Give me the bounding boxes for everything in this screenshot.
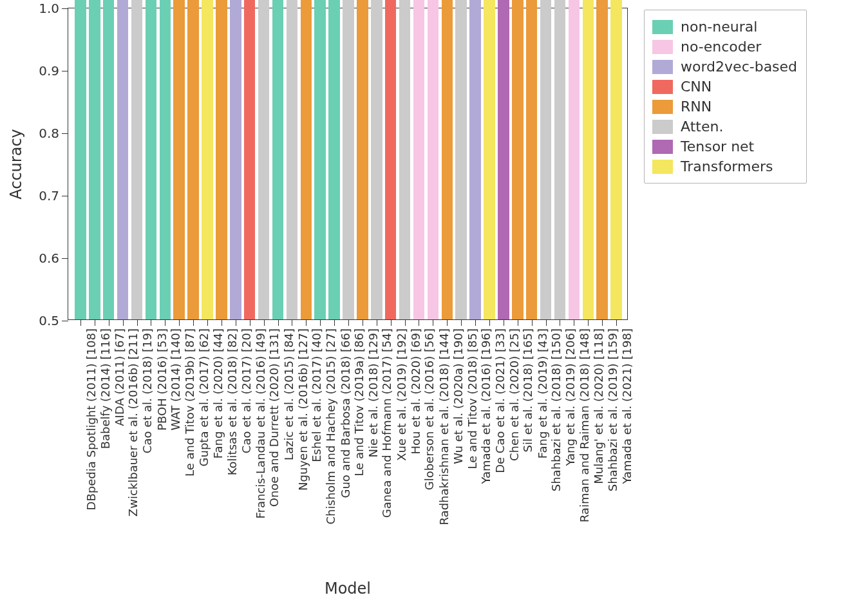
x-tick	[475, 319, 476, 326]
x-tick-label: WAT (2014) [140]	[169, 328, 182, 430]
legend-label: CNN	[681, 79, 712, 95]
x-tick-label: Nguyen et al. (2016b) [127]	[296, 328, 309, 491]
x-tick	[334, 319, 335, 326]
x-tick-label: AIDA (2011) [67]	[113, 328, 126, 426]
bar	[413, 0, 425, 319]
bar	[146, 0, 157, 319]
bar	[540, 0, 552, 319]
x-tick	[504, 319, 504, 326]
x-tick-label: Xue et al. (2019) [192]	[395, 328, 408, 461]
x-tick-label: Raiman and Raiman (2018) [148]	[578, 328, 591, 522]
x-tick-label: Yamada et al. (2021) [198]	[620, 328, 634, 484]
bar-segment	[569, 0, 580, 319]
bar-segment	[371, 0, 382, 319]
legend: non-neuralno-encoderword2vec-basedCNNRNN…	[644, 10, 807, 184]
bar-segment	[455, 0, 467, 319]
legend-swatch	[652, 60, 673, 74]
bar	[428, 0, 439, 319]
y-tick-label: 1.0	[39, 1, 59, 16]
bar-segment	[554, 0, 566, 319]
x-tick	[348, 319, 349, 326]
x-tick-label: Yamada et al. (2016) [196]	[479, 328, 493, 484]
bar	[385, 0, 397, 319]
x-tick	[250, 319, 250, 326]
x-tick	[419, 319, 419, 326]
x-tick-label: Fang et al. (2019) [43]	[536, 328, 549, 458]
bar-segment	[428, 0, 439, 319]
x-tick-label: Globerson et al. (2016) [56]	[422, 328, 436, 490]
x-tick-label: Cao et al. (2018) [19]	[141, 328, 155, 453]
bar	[75, 0, 86, 319]
legend-swatch	[652, 160, 673, 174]
bar	[202, 0, 213, 319]
legend-swatch	[652, 20, 673, 34]
legend-swatch	[652, 140, 673, 154]
x-tick	[405, 319, 406, 326]
bar	[554, 0, 566, 319]
bar-segment	[131, 0, 143, 319]
bar-segment	[526, 0, 538, 319]
bar-segment	[187, 0, 199, 319]
legend-item: word2vec-based	[652, 57, 797, 77]
x-tick	[320, 319, 321, 326]
x-tick	[292, 319, 292, 326]
x-tick	[179, 319, 180, 326]
bar-segment	[610, 0, 622, 319]
legend-label: non-neural	[681, 19, 757, 35]
x-tick	[109, 319, 109, 326]
bar	[131, 0, 143, 319]
bar	[301, 0, 312, 319]
y-tick-label: 0.6	[39, 250, 59, 266]
bar-segment	[484, 0, 495, 319]
bar	[610, 0, 622, 319]
x-tick-label: Nie et al. (2018) [129]	[366, 328, 380, 458]
x-tick	[588, 319, 589, 326]
x-tick	[461, 319, 462, 326]
x-tick	[560, 319, 560, 326]
bar-segment	[244, 0, 256, 319]
bar-segment	[117, 0, 129, 319]
bar-segment	[512, 0, 524, 319]
bar	[399, 0, 411, 319]
x-tick	[137, 319, 138, 326]
bar	[216, 0, 227, 319]
x-tick-label: Radhakrishnan et al. (2018) [144]	[437, 328, 450, 525]
legend-swatch	[652, 120, 673, 134]
bar	[357, 0, 368, 319]
bar	[160, 0, 171, 319]
x-tick	[574, 319, 574, 326]
x-tick-label: Guo and Barbosa (2018) [66]	[338, 328, 352, 498]
x-tick-label: PBOH (2016) [53]	[155, 328, 168, 431]
x-tick	[377, 319, 377, 326]
x-tick-label: Lazic et al. (2015) [84]	[282, 328, 296, 460]
bar-segment	[216, 0, 227, 319]
x-tick-label: Yang et al. (2019) [206]	[563, 328, 577, 466]
bar-segment	[343, 0, 354, 319]
x-tick-label: Francis-Landau et al. (2016) [49]	[254, 328, 267, 519]
bar-segment	[103, 0, 115, 319]
x-tick	[518, 319, 518, 326]
bar-segment	[89, 0, 100, 319]
x-tick-label: Shahbazi et al. (2019) [159]	[606, 328, 619, 491]
x-tick	[264, 319, 265, 326]
y-tick-label: 0.8	[39, 126, 59, 141]
bar	[258, 0, 270, 319]
bar-segment	[498, 0, 509, 319]
legend-label: Transformers	[681, 158, 773, 175]
bar-segment	[413, 0, 425, 319]
bar-segment	[328, 0, 340, 319]
x-tick	[532, 319, 533, 326]
bar-segment	[287, 0, 298, 319]
bar	[469, 0, 481, 319]
y-tick	[62, 133, 68, 134]
y-tick	[62, 71, 68, 71]
bar-segment	[399, 0, 411, 319]
bar	[512, 0, 524, 319]
bar	[343, 0, 354, 319]
x-tick	[602, 319, 603, 326]
bar-segment	[385, 0, 397, 319]
legend-item: no-encoder	[652, 37, 797, 57]
bar	[569, 0, 580, 319]
plot-area: 0.50.60.70.80.91.0 DBpedia Spotlight (20…	[68, 8, 628, 320]
bar	[187, 0, 199, 319]
